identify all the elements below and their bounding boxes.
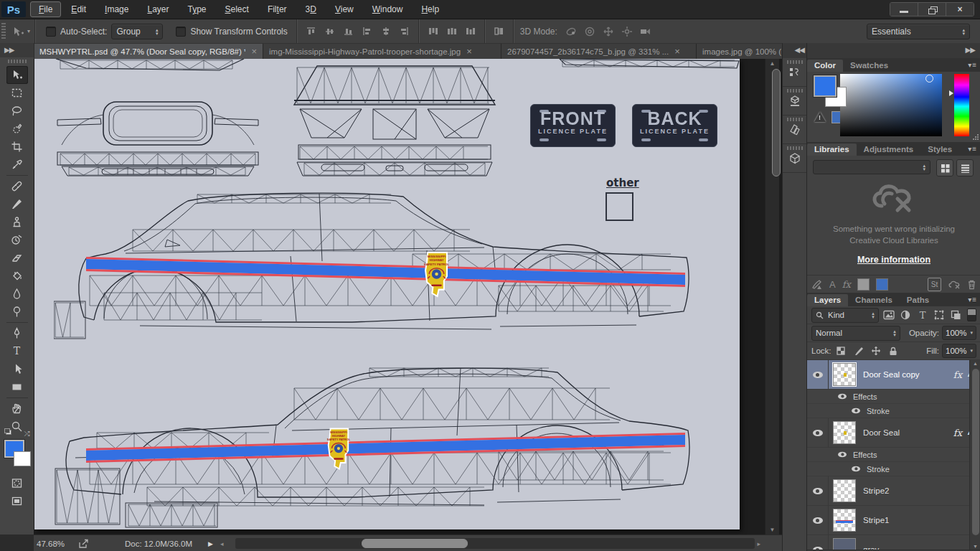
toolbar-collapse-icon[interactable]: ▶▶ xyxy=(0,43,34,57)
cloud-sync-error-icon[interactable] xyxy=(948,279,961,290)
tab-adjustments[interactable]: Adjustments xyxy=(857,143,921,156)
lock-transparent-pixels-icon[interactable] xyxy=(834,344,849,357)
layer-row-gray[interactable]: gray xyxy=(807,535,980,550)
dodge-tool[interactable] xyxy=(6,303,28,321)
distribute-bottom-edges-icon[interactable] xyxy=(462,24,479,39)
document-tab-3[interactable]: 2679074457_2b36174c75_b.jpg @ 331% ...× xyxy=(501,44,697,59)
properties-panel-button[interactable] xyxy=(783,87,807,116)
eraser-tool[interactable] xyxy=(6,249,28,267)
3d-scale-icon[interactable] xyxy=(637,24,654,39)
panel-resize-grip[interactable] xyxy=(972,133,979,141)
visibility-toggle[interactable] xyxy=(837,393,847,400)
spot-healing-brush-tool[interactable] xyxy=(6,177,28,195)
list-view-button[interactable] xyxy=(956,159,974,176)
move-tool[interactable] xyxy=(6,66,28,84)
filter-shape-layers-icon[interactable] xyxy=(932,309,946,321)
preset-dropdown-arrow[interactable]: ▾ xyxy=(27,28,30,34)
clone-stamp-tool[interactable] xyxy=(6,213,28,231)
layer-thumbnail[interactable] xyxy=(833,421,856,444)
align-top-edges-icon[interactable] xyxy=(303,24,320,39)
filtering-toggle[interactable] xyxy=(967,309,976,321)
gamut-warning-icon[interactable] xyxy=(814,112,826,122)
document-tab-2[interactable]: img-Mississippi-Highway-Patrol-trooper-s… xyxy=(263,44,501,59)
grid-view-button[interactable] xyxy=(936,159,953,176)
color-picker-marker[interactable] xyxy=(925,75,933,83)
tab-close-icon[interactable]: × xyxy=(674,48,680,55)
distribute-spacing-icon[interactable] xyxy=(491,24,508,39)
horizontal-scrollbar[interactable] xyxy=(235,538,755,549)
menu-help[interactable]: Help xyxy=(413,1,448,17)
type-tool[interactable]: T xyxy=(6,342,28,360)
document-tab-1[interactable]: MSHWYPTRL.psd @ 47.7% (Door Seal copy, R… xyxy=(34,44,263,59)
layer-row-door-seal-copy[interactable]: Door Seal copyfx▲ xyxy=(807,360,980,390)
document-canvas[interactable]: FRONT LICENCE PLATE BACK LICENCE PLATE o… xyxy=(34,59,740,529)
brush-tool[interactable] xyxy=(6,195,28,213)
menu-select[interactable]: Select xyxy=(217,1,258,17)
restore-button[interactable] xyxy=(918,3,946,16)
3d-panel-button[interactable] xyxy=(783,144,807,173)
layer-filter-dropdown[interactable]: Kind ▴▾ xyxy=(811,308,879,323)
zoom-level-field[interactable]: 47.68% xyxy=(37,540,78,548)
distribute-top-edges-icon[interactable] xyxy=(425,24,442,39)
swap-colors-icon[interactable]: ⤭ xyxy=(24,430,30,438)
visibility-toggle[interactable] xyxy=(837,451,847,458)
scroll-left-icon[interactable]: ◂ xyxy=(220,540,224,547)
layer-effects-row[interactable]: Effects xyxy=(807,390,980,404)
foreground-color-swatch[interactable] xyxy=(814,75,837,97)
layer-thumbnail[interactable] xyxy=(833,363,856,386)
filter-type-layers-icon[interactable]: T xyxy=(915,309,929,321)
visibility-toggle[interactable] xyxy=(807,535,829,550)
panel-menu-icon[interactable]: ▾≡ xyxy=(968,61,977,69)
pen-tool[interactable] xyxy=(6,324,28,342)
dock-collapse-icon[interactable]: ▶▶ xyxy=(807,43,980,58)
visibility-toggle[interactable] xyxy=(851,466,861,472)
align-left-edges-icon[interactable] xyxy=(359,24,376,39)
tab-close-icon[interactable]: × xyxy=(251,48,257,55)
lock-image-pixels-icon[interactable] xyxy=(852,344,866,357)
3d-slide-icon[interactable] xyxy=(618,24,636,39)
auto-select-target-dropdown[interactable]: Group ▴▾ xyxy=(111,24,163,39)
gray-swatch[interactable] xyxy=(857,278,870,291)
layer-row-stripe2[interactable]: Stripe2 xyxy=(807,476,980,506)
auto-select-checkbox[interactable] xyxy=(46,27,56,37)
close-button[interactable]: × xyxy=(946,3,974,16)
scroll-down-icon[interactable]: ▼ xyxy=(765,527,779,533)
layer-thumbnail[interactable] xyxy=(833,479,856,502)
layer-fx-badge[interactable]: fx xyxy=(953,369,962,380)
menu-view[interactable]: View xyxy=(326,1,362,17)
panel-menu-icon[interactable]: ▾≡ xyxy=(968,145,977,153)
hand-tool[interactable] xyxy=(6,400,28,418)
tab-styles[interactable]: Styles xyxy=(920,143,959,156)
visibility-toggle[interactable] xyxy=(807,418,829,447)
layer-row-door-seal[interactable]: Door Sealfx▲ xyxy=(807,418,980,448)
scroll-right-icon[interactable]: ▸ xyxy=(757,540,760,547)
menu-image[interactable]: Image xyxy=(96,1,137,17)
3d-drag-icon[interactable] xyxy=(600,24,617,39)
menu-filter[interactable]: Filter xyxy=(259,1,296,17)
layer-fx-badge[interactable]: fx xyxy=(953,428,962,438)
filter-adjustment-layers-icon[interactable] xyxy=(898,309,912,321)
menu-3d[interactable]: 3D xyxy=(297,1,325,17)
tab-layers[interactable]: Layers xyxy=(807,294,848,306)
eyedropper-tool[interactable] xyxy=(6,156,28,174)
blur-tool[interactable] xyxy=(6,285,28,303)
options-gripper[interactable] xyxy=(1,23,6,40)
filter-pixel-layers-icon[interactable] xyxy=(882,309,895,321)
3d-roll-icon[interactable] xyxy=(581,24,598,39)
menu-layer[interactable]: Layer xyxy=(138,1,177,17)
layer-thumbnail[interactable] xyxy=(833,538,856,550)
canvas-workspace[interactable]: FRONT LICENCE PLATE BACK LICENCE PLATE o… xyxy=(34,59,782,534)
quick-mask-button[interactable] xyxy=(6,474,28,492)
add-layer-style-icon[interactable]: fx xyxy=(842,279,851,290)
move-tool-preset-icon[interactable] xyxy=(9,24,27,39)
lasso-tool[interactable] xyxy=(6,102,28,120)
library-select-dropdown[interactable]: ▴▾ xyxy=(813,160,930,174)
rectangular-marquee-tool[interactable] xyxy=(6,84,28,102)
visibility-toggle[interactable] xyxy=(807,360,829,389)
tab-swatches[interactable]: Swatches xyxy=(843,60,895,72)
blend-mode-dropdown[interactable]: Normal ▴▾ xyxy=(811,326,900,341)
history-brush-tool[interactable] xyxy=(6,231,28,249)
tab-close-icon[interactable]: × xyxy=(466,48,472,55)
vertical-scrollbar[interactable]: ▲ ▼ xyxy=(765,59,779,534)
hue-slider[interactable] xyxy=(954,74,969,136)
